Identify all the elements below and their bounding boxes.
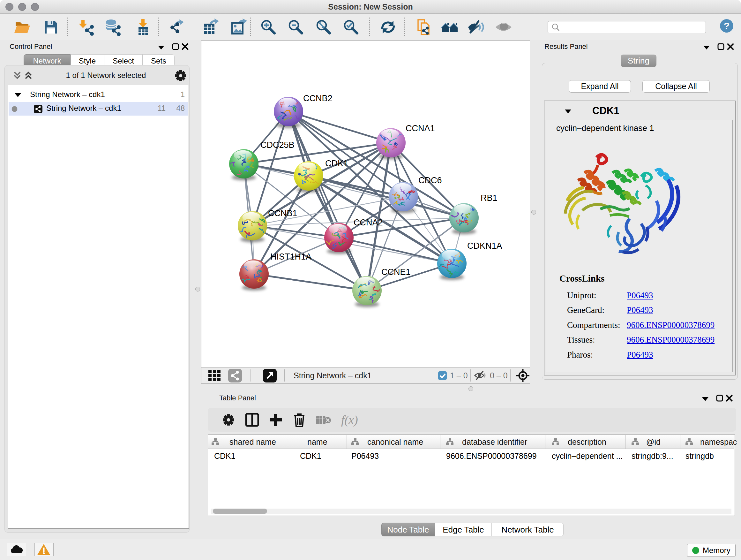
svg-text:CCNB1: CCNB1 <box>268 208 297 218</box>
svg-text:CCNB2: CCNB2 <box>303 94 333 103</box>
svg-text:CDKN1A: CDKN1A <box>467 241 502 251</box>
svg-text:CCNA2: CCNA2 <box>354 218 383 227</box>
svg-text:CDC25B: CDC25B <box>260 140 294 150</box>
svg-text:CDC6: CDC6 <box>418 176 442 185</box>
svg-text:HIST1H1A: HIST1H1A <box>270 252 312 261</box>
svg-text:CDK1: CDK1 <box>325 159 348 168</box>
svg-text:?: ? <box>724 20 730 31</box>
svg-text:CCNA1: CCNA1 <box>406 124 435 133</box>
svg-text:RB1: RB1 <box>481 193 497 203</box>
svg-text:CCNE1: CCNE1 <box>381 267 411 277</box>
